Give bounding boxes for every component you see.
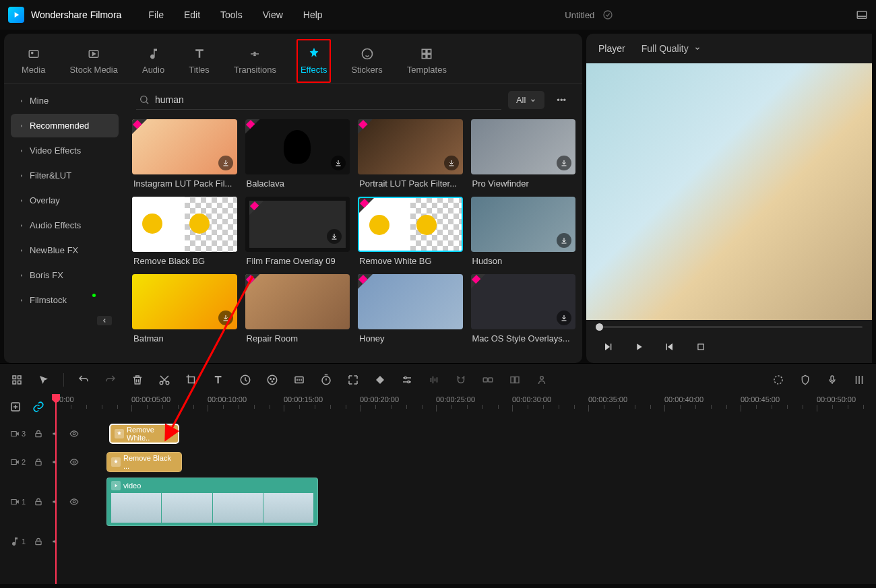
- adjust-tool[interactable]: [400, 372, 414, 387]
- cut-button[interactable]: [157, 372, 172, 387]
- crop-button[interactable]: [184, 372, 199, 387]
- expand-tool[interactable]: [346, 372, 361, 387]
- filter-dropdown[interactable]: All: [508, 91, 544, 109]
- visibility-icon[interactable]: [69, 429, 80, 438]
- sidebar-item-recommended[interactable]: Recommended: [11, 114, 119, 137]
- delete-button[interactable]: [130, 372, 145, 387]
- layout-icon[interactable]: [856, 9, 868, 21]
- player-scrubber[interactable]: [596, 326, 863, 328]
- stop-button[interactable]: [694, 340, 708, 354]
- visibility-icon[interactable]: [69, 497, 80, 507]
- sidebar-item-overlay[interactable]: Overlay: [11, 189, 119, 212]
- mask-tool[interactable]: [292, 372, 307, 387]
- undo-button[interactable]: [76, 372, 91, 387]
- download-icon[interactable]: [218, 311, 233, 325]
- prev-frame-button[interactable]: [601, 340, 615, 354]
- add-track-button[interactable]: [9, 401, 23, 414]
- premium-icon: [358, 274, 373, 289]
- menu-help[interactable]: Help: [303, 9, 323, 20]
- cursor-tool[interactable]: [36, 372, 51, 387]
- menu-file[interactable]: File: [148, 9, 164, 20]
- menu-edit[interactable]: Edit: [184, 9, 200, 20]
- lock-icon[interactable]: [34, 429, 43, 438]
- search-icon: [139, 94, 150, 105]
- next-frame-button[interactable]: [663, 340, 677, 354]
- tab-titles[interactable]: Titles: [185, 39, 214, 83]
- download-icon[interactable]: [218, 156, 233, 170]
- speed-tool[interactable]: [238, 372, 253, 387]
- download-icon[interactable]: [327, 229, 342, 244]
- tab-transitions[interactable]: Transitions: [230, 39, 280, 83]
- effect-clip[interactable]: Remove Black ...: [106, 452, 182, 472]
- keyframe-tool[interactable]: [373, 372, 387, 387]
- effect-card[interactable]: Portrait LUT Pack Filter...: [358, 119, 463, 189]
- download-icon[interactable]: [557, 311, 571, 325]
- tab-stickers[interactable]: Stickers: [347, 39, 386, 83]
- quality-dropdown[interactable]: Full Quality: [642, 43, 701, 54]
- effect-card[interactable]: Instagram LUT Pack Fil...: [132, 119, 237, 189]
- effect-card[interactable]: Remove Black BG: [132, 197, 237, 266]
- search-input[interactable]: [155, 94, 499, 105]
- tab-effects[interactable]: Effects: [296, 39, 332, 83]
- download-icon[interactable]: [331, 156, 346, 170]
- svg-point-40: [774, 376, 782, 384]
- download-icon[interactable]: [557, 233, 571, 248]
- sidebar-item-filter-lut[interactable]: Filter&LUT: [11, 164, 119, 187]
- menu-tools[interactable]: Tools: [220, 9, 243, 20]
- voiceover-button[interactable]: [825, 372, 840, 387]
- app-logo: [8, 7, 24, 23]
- ruler-mark: 00:00:45:00: [741, 395, 780, 403]
- visibility-icon[interactable]: [69, 457, 80, 467]
- effects-panel-tool[interactable]: [534, 372, 549, 387]
- grid-tool[interactable]: [9, 372, 24, 387]
- menu-view[interactable]: View: [263, 9, 283, 20]
- download-icon[interactable]: [557, 156, 571, 170]
- document-title: Untitled: [565, 10, 594, 20]
- tab-audio[interactable]: Audio: [138, 39, 168, 83]
- effect-card[interactable]: Mac OS Style Overlays...: [471, 274, 576, 344]
- play-button[interactable]: [632, 340, 646, 354]
- color-tool[interactable]: [265, 372, 280, 387]
- effect-card[interactable]: Repair Room: [245, 274, 350, 344]
- redo-button[interactable]: [103, 372, 118, 387]
- sidebar-item-audio-effects[interactable]: Audio Effects: [11, 214, 119, 237]
- playhead[interactable]: [55, 395, 57, 584]
- sidebar-item-boris-fx[interactable]: Boris FX: [11, 263, 119, 287]
- video-clip[interactable]: video: [106, 478, 318, 526]
- tab-media[interactable]: Media: [18, 39, 49, 83]
- tab-templates[interactable]: Templates: [403, 39, 451, 83]
- effect-card[interactable]: Film Frame Overlay 09: [245, 197, 350, 266]
- sidebar-item-filmstock[interactable]: Filmstock: [11, 288, 119, 312]
- sidebar-item-video-effects[interactable]: Video Effects: [11, 139, 119, 162]
- mixer-button[interactable]: [852, 372, 867, 387]
- sidebar-item-newblue-fx[interactable]: NewBlue FX: [11, 238, 119, 262]
- effect-card[interactable]: Remove White BG: [358, 197, 463, 266]
- effect-card[interactable]: Balaclava: [245, 119, 350, 189]
- timer-tool[interactable]: [319, 372, 334, 387]
- effect-card[interactable]: Batman: [132, 274, 237, 344]
- timeline-ruler[interactable]: 00:0000:00:05:0000:00:10:0000:00:15:0000…: [55, 395, 867, 420]
- effect-clip[interactable]: Remove White..: [109, 424, 179, 444]
- transitions-icon: [247, 46, 263, 62]
- audio-tool[interactable]: [427, 372, 441, 387]
- effect-card[interactable]: Pro Viewfinder: [471, 119, 576, 189]
- link-tool[interactable]: [480, 372, 495, 387]
- lock-icon[interactable]: [34, 537, 43, 546]
- lock-icon[interactable]: [34, 497, 43, 507]
- collapse-sidebar-button[interactable]: [97, 316, 112, 325]
- effect-card[interactable]: Hudson: [471, 197, 576, 266]
- sidebar-item-mine[interactable]: Mine: [11, 89, 119, 112]
- lock-icon[interactable]: [34, 457, 43, 467]
- render-button[interactable]: [771, 372, 786, 387]
- split-view-tool[interactable]: [507, 372, 522, 387]
- magnet-tool[interactable]: [453, 372, 468, 387]
- effect-card[interactable]: Honey: [358, 274, 463, 344]
- marker-button[interactable]: [798, 372, 813, 387]
- link-toggle[interactable]: [32, 401, 46, 414]
- download-icon[interactable]: [444, 156, 459, 170]
- tab-stock-media[interactable]: Stock Media: [65, 39, 122, 83]
- svg-point-24: [272, 381, 273, 382]
- premium-icon: [245, 274, 260, 289]
- text-tool[interactable]: [211, 372, 226, 387]
- more-options-button[interactable]: •••: [551, 92, 571, 108]
